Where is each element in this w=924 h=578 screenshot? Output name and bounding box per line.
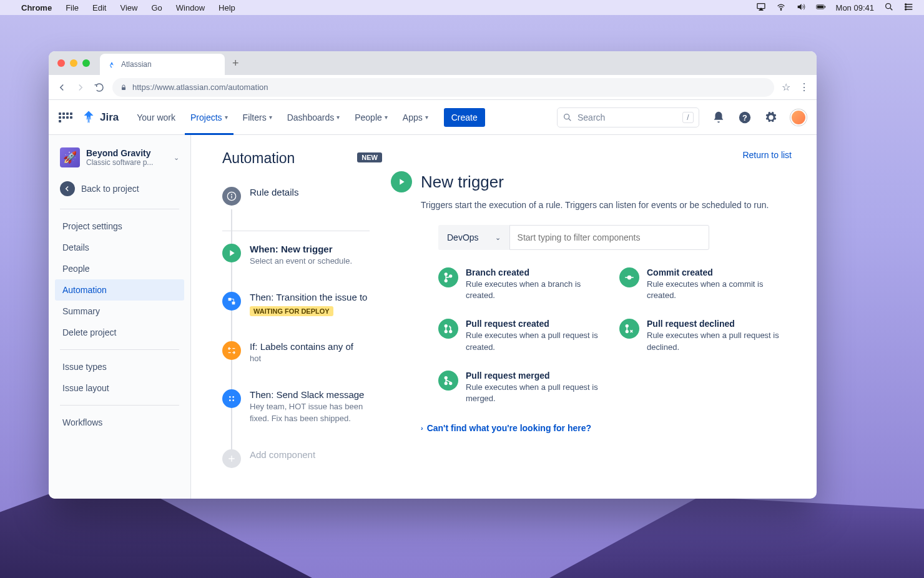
spotlight-icon[interactable] [884,2,894,14]
svg-rect-16 [229,298,232,301]
trigger-pr-merged[interactable]: Pull request mergedRule executes when a … [438,371,607,404]
rule-then-slack-item[interactable]: Then: Send Slack messageHey team, HOT is… [222,389,370,424]
url-input[interactable]: https://www.atlassian.com/automation [112,78,774,97]
back-button[interactable] [56,82,67,93]
svg-point-21 [232,400,234,402]
nav-your-work[interactable]: Your work [131,100,181,135]
trigger-detail-column: Return to list New trigger Triggers star… [385,135,817,499]
macos-menubar: Chrome File Edit View Go Window Help Mon… [0,0,924,15]
clock[interactable]: Mon 09:41 [836,3,874,12]
battery-icon[interactable] [816,2,826,14]
app-name[interactable]: Chrome [21,3,52,12]
sidebar: 🚀 Beyond Gravity Classic software p... ⌄… [49,135,191,499]
menu-window[interactable]: Window [176,3,205,12]
user-avatar[interactable] [790,109,807,126]
nav-people[interactable]: People▾ [349,100,393,135]
menu-go[interactable]: Go [151,3,162,12]
app-switcher-icon[interactable] [59,110,74,125]
sidebar-item-workflows[interactable]: Workflows [55,412,184,433]
project-icon: 🚀 [60,147,80,167]
svg-point-33 [450,382,452,384]
condition-icon [222,341,241,360]
sidebar-item-issue-layout[interactable]: Issue layout [55,377,184,399]
atlassian-favicon [107,60,116,69]
nav-dashboards[interactable]: Dashboards▾ [282,100,346,135]
rule-if-item[interactable]: If: Labels contains any ofhot [222,341,370,364]
back-to-project[interactable]: Back to project [55,175,184,202]
commit-icon [619,267,639,287]
svg-point-28 [450,331,452,333]
svg-point-14 [231,194,232,195]
return-to-list-link[interactable]: Return to list [742,150,792,160]
close-window-button[interactable] [57,59,65,67]
pr-created-icon [438,319,458,339]
new-tab-button[interactable]: + [232,57,239,70]
bookmark-icon[interactable]: ☆ [782,81,790,93]
project-switcher[interactable]: 🚀 Beyond Gravity Classic software p... ⌄ [55,147,184,175]
filter-components-input[interactable] [509,225,709,250]
sidebar-item-people[interactable]: People [55,258,184,279]
rule-details-item[interactable]: Rule details [222,187,370,206]
reload-button[interactable] [94,82,105,93]
browser-tab[interactable]: Atlassian [100,54,225,75]
wifi-icon[interactable] [776,2,786,14]
trigger-pr-created[interactable]: Pull request createdRule executes when a… [438,319,607,352]
project-type: Classic software p... [86,158,153,167]
pr-merged-icon [438,371,458,391]
help-icon[interactable]: ? [738,111,752,124]
nav-projects[interactable]: Projects▾ [185,100,233,135]
trigger-panel-title: New trigger [421,172,504,192]
trigger-panel-description: Triggers start the execution of a rule. … [421,200,792,210]
trigger-commit-created[interactable]: Commit createdRule executes when a commi… [619,267,788,301]
desktop-background [549,497,924,578]
sidebar-item-project-settings[interactable]: Project settings [55,216,184,237]
chevron-down-icon: ⌄ [174,154,179,162]
svg-point-20 [229,400,231,402]
menu-edit[interactable]: Edit [92,3,106,12]
svg-rect-17 [232,302,235,305]
status-badge: WAITING FOR DEPLOY [250,306,333,316]
svg-point-19 [232,396,234,398]
svg-point-31 [445,376,447,379]
svg-text:?: ? [742,112,747,122]
trigger-pr-declined[interactable]: Pull request declinedRule executes when … [619,319,788,352]
volume-icon[interactable] [796,2,806,14]
nav-filters[interactable]: Filters▾ [237,100,278,135]
control-center-icon[interactable] [904,2,914,14]
search-input[interactable]: Search / [557,107,699,127]
sidebar-item-summary[interactable]: Summary [55,301,184,322]
browser-menu-icon[interactable]: ⋮ [799,81,809,93]
sidebar-item-details[interactable]: Details [55,237,184,258]
sidebar-item-issue-types[interactable]: Issue types [55,356,184,377]
svg-point-8 [905,9,907,10]
category-select[interactable]: DevOps⌄ [438,225,509,250]
transition-icon [222,292,241,311]
airplay-icon[interactable] [756,2,766,14]
menu-file[interactable]: File [66,3,79,12]
cant-find-link[interactable]: ›Can't find what you're looking for here… [421,423,792,433]
nav-apps[interactable]: Apps▾ [397,100,434,135]
address-bar: https://www.atlassian.com/automation ☆ ⋮ [49,75,817,100]
menu-view[interactable]: View [120,3,137,12]
lock-icon [120,84,127,91]
rule-then-transition-item[interactable]: Then: Transition the issue toWAITING FOR… [222,292,370,316]
minimize-window-button[interactable] [70,59,77,67]
settings-icon[interactable] [764,111,778,124]
notifications-icon[interactable] [712,111,725,124]
branch-icon [438,267,458,287]
create-button[interactable]: Create [444,108,485,127]
jira-logo[interactable]: Jira [81,110,119,125]
sidebar-item-automation[interactable]: Automation [55,279,184,301]
menu-help[interactable]: Help [219,3,235,12]
search-placeholder: Search [578,112,605,122]
url-text: https://www.atlassian.com/automation [132,82,268,92]
sidebar-item-delete-project[interactable]: Delete project [55,322,184,343]
jira-top-nav: Jira Your work Projects▾ Filters▾ Dashbo… [49,100,817,135]
slack-icon [222,389,241,408]
rule-when-item[interactable]: When: New triggerSelect an event or sche… [222,244,370,267]
svg-point-32 [445,382,447,384]
trigger-branch-created[interactable]: Branch createdRule executes when a branc… [438,267,607,301]
forward-button[interactable] [75,82,86,93]
rule-add-component[interactable]: Add component [222,449,370,468]
maximize-window-button[interactable] [82,59,90,67]
